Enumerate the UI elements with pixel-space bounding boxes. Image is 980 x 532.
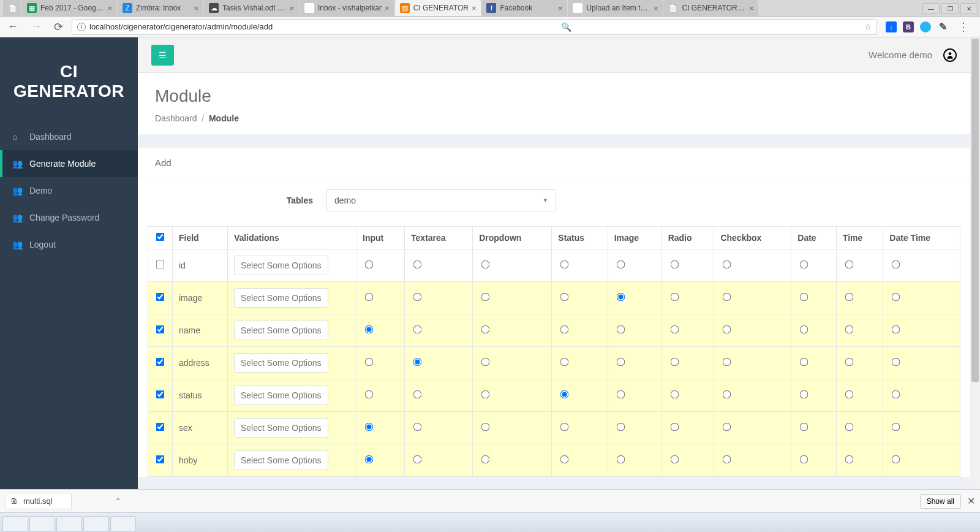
row-checkbox[interactable] — [156, 358, 165, 367]
validations-multiselect[interactable]: Select Some Options — [234, 288, 328, 308]
tab-close-icon[interactable]: × — [107, 4, 112, 13]
row-checkbox[interactable] — [156, 423, 165, 431]
browser-tab[interactable]: ▧CI GENERATOR× — [395, 0, 481, 16]
fieldtype-radio-input[interactable] — [365, 293, 374, 302]
tab-close-icon[interactable]: × — [558, 4, 563, 13]
fieldtype-radio-date[interactable] — [800, 358, 809, 367]
fieldtype-radio-checkbox[interactable] — [723, 358, 731, 367]
fieldtype-radio-checkbox[interactable] — [723, 455, 731, 464]
fieldtype-radio-status[interactable] — [560, 358, 569, 367]
sidebar-item-dashboard[interactable]: ⌂Dashboard — [0, 123, 138, 150]
row-checkbox[interactable] — [156, 293, 165, 302]
fieldtype-radio-status[interactable] — [560, 293, 569, 302]
taskbar-app[interactable] — [56, 516, 82, 532]
fieldtype-radio-dropdown[interactable] — [481, 260, 490, 269]
fieldtype-radio-status[interactable] — [560, 325, 569, 334]
fieldtype-radio-input[interactable] — [365, 358, 374, 367]
fieldtype-radio-radio[interactable] — [670, 455, 679, 464]
validations-multiselect[interactable]: Select Some Options — [234, 353, 328, 373]
window-maximize[interactable]: ❐ — [941, 3, 959, 14]
fieldtype-radio-dropdown[interactable] — [481, 325, 490, 334]
fieldtype-radio-checkbox[interactable] — [723, 423, 731, 431]
fieldtype-radio-dropdown[interactable] — [481, 293, 490, 302]
fieldtype-radio-dropdown[interactable] — [481, 358, 490, 367]
fieldtype-radio-textarea[interactable] — [413, 455, 422, 464]
fieldtype-radio-textarea[interactable] — [413, 325, 422, 334]
window-close[interactable]: ✕ — [960, 3, 978, 14]
fieldtype-radio-radio[interactable] — [670, 260, 679, 269]
browser-tab[interactable]: ZZimbra: Inbox× — [118, 0, 203, 16]
extension-icon[interactable]: B — [903, 21, 914, 32]
fieldtype-radio-radio[interactable] — [670, 325, 679, 334]
row-checkbox[interactable] — [156, 390, 165, 399]
taskbar-app[interactable] — [29, 516, 55, 532]
fieldtype-radio-input[interactable] — [365, 260, 374, 269]
fieldtype-radio-date-time[interactable] — [892, 358, 900, 367]
chevron-up-icon[interactable]: ⌃ — [115, 496, 122, 506]
fieldtype-radio-date[interactable] — [800, 293, 809, 302]
user-avatar-icon[interactable] — [943, 48, 957, 62]
fieldtype-radio-image[interactable] — [616, 325, 625, 334]
fieldtype-radio-time[interactable] — [845, 325, 854, 334]
validations-multiselect[interactable]: Select Some Options — [234, 450, 328, 470]
fieldtype-radio-textarea[interactable] — [413, 390, 422, 399]
fieldtype-radio-status[interactable] — [560, 390, 569, 399]
browser-tab[interactable]: MInbox - vishalpetkar× — [300, 0, 394, 16]
row-checkbox[interactable] — [156, 260, 165, 269]
validations-multiselect[interactable]: Select Some Options — [234, 256, 328, 275]
fieldtype-radio-date-time[interactable] — [892, 325, 900, 334]
fieldtype-radio-date[interactable] — [800, 423, 809, 431]
vertical-scrollbar[interactable] — [970, 37, 980, 532]
nav-forward-icon[interactable]: → — [27, 19, 45, 34]
nav-back-icon[interactable]: ← — [4, 19, 22, 34]
fieldtype-radio-dropdown[interactable] — [481, 423, 490, 431]
extension-icon[interactable] — [920, 21, 931, 32]
breadcrumb-dashboard-link[interactable]: Dashboard — [155, 113, 197, 123]
browser-tab[interactable]: ☁Tasks Vishal.odt - D× — [204, 0, 299, 16]
fieldtype-radio-time[interactable] — [845, 293, 854, 302]
fieldtype-radio-time[interactable] — [845, 423, 854, 431]
fieldtype-radio-date[interactable] — [800, 390, 809, 399]
validations-multiselect[interactable]: Select Some Options — [234, 386, 328, 405]
scrollbar-thumb[interactable] — [971, 39, 979, 382]
tab-close-icon[interactable]: × — [289, 4, 294, 13]
fieldtype-radio-status[interactable] — [560, 455, 569, 464]
row-checkbox[interactable] — [156, 325, 165, 334]
validations-multiselect[interactable]: Select Some Options — [234, 418, 328, 438]
fieldtype-radio-image[interactable] — [616, 423, 625, 431]
fieldtype-radio-checkbox[interactable] — [723, 390, 731, 399]
fieldtype-radio-textarea[interactable] — [413, 358, 422, 367]
taskbar-app[interactable] — [110, 516, 136, 532]
fieldtype-radio-status[interactable] — [560, 260, 569, 269]
fieldtype-radio-date[interactable] — [800, 455, 809, 464]
fieldtype-radio-textarea[interactable] — [413, 260, 422, 269]
sidebar-toggle-button[interactable]: ☰ — [151, 45, 174, 66]
fieldtype-radio-image[interactable] — [616, 390, 625, 399]
fieldtype-radio-time[interactable] — [845, 358, 854, 367]
window-minimize[interactable]: — — [922, 3, 940, 14]
fieldtype-radio-textarea[interactable] — [413, 293, 422, 302]
fieldtype-radio-date-time[interactable] — [892, 293, 900, 302]
fieldtype-radio-checkbox[interactable] — [723, 260, 731, 269]
fieldtype-radio-dropdown[interactable] — [481, 390, 490, 399]
tab-close-icon[interactable]: × — [472, 4, 477, 13]
fieldtype-radio-radio[interactable] — [670, 358, 679, 367]
bookmark-star-icon[interactable]: ☆ — [864, 22, 872, 31]
fieldtype-radio-radio[interactable] — [670, 390, 679, 399]
fieldtype-radio-image[interactable] — [616, 455, 625, 464]
browser-tab[interactable]: 📄CI GENERATOR | Lo× — [663, 0, 758, 16]
sidebar-item-generate-module[interactable]: 👥Generate Module — [0, 150, 138, 177]
fieldtype-radio-checkbox[interactable] — [723, 325, 731, 334]
fieldtype-radio-input[interactable] — [365, 455, 374, 464]
fieldtype-radio-date-time[interactable] — [892, 260, 900, 269]
fieldtype-radio-input[interactable] — [365, 390, 374, 399]
nav-reload-icon[interactable]: ⟳ — [50, 19, 67, 35]
tab-close-icon[interactable]: × — [654, 4, 658, 13]
sidebar-item-logout[interactable]: 👥Logout — [0, 231, 138, 258]
fieldtype-radio-radio[interactable] — [670, 423, 679, 431]
fieldtype-radio-date[interactable] — [800, 325, 809, 334]
fieldtype-radio-date-time[interactable] — [892, 455, 900, 464]
fieldtype-radio-image[interactable] — [616, 358, 625, 367]
taskbar-app[interactable] — [2, 516, 28, 532]
fieldtype-radio-status[interactable] — [560, 423, 569, 431]
